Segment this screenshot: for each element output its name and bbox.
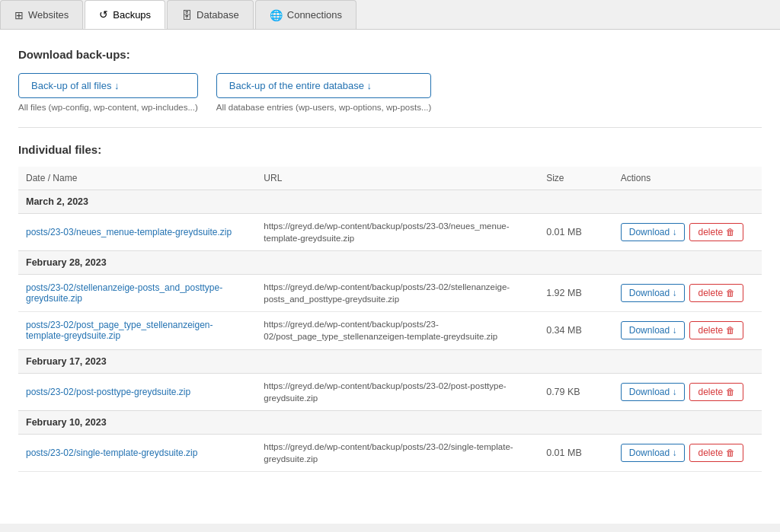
websites-icon: ⊞ — [14, 9, 24, 21]
date-group-label: February 17, 2023 — [18, 349, 762, 373]
table-header-row: Date / Name URL Size Actions — [18, 167, 762, 190]
col-header-size: Size — [539, 167, 613, 190]
section-divider — [18, 127, 762, 128]
download-button[interactable]: Download ↓ — [621, 444, 686, 462]
table-row: posts/23-03/neues_menue-template-greydsu… — [18, 214, 762, 251]
file-url-cell: https://greyd.de/wp-content/backup/posts… — [256, 434, 539, 471]
individual-files-title: Individual files: — [18, 143, 762, 156]
file-name-cell: posts/23-02/single-template-greydsuite.z… — [18, 434, 256, 471]
date-group-row: February 10, 2023 — [18, 410, 762, 434]
backup-database-button[interactable]: Back-up of the entire database ↓ — [216, 73, 432, 98]
database-icon: 🗄 — [181, 9, 192, 21]
file-actions-cell: Download ↓delete 🗑 — [613, 312, 762, 349]
tab-database[interactable]: 🗄 Database — [167, 0, 254, 29]
tab-connections[interactable]: 🌐 Connections — [255, 0, 356, 29]
date-group-row: February 17, 2023 — [18, 349, 762, 373]
download-button[interactable]: Download ↓ — [621, 223, 686, 241]
tab-websites[interactable]: ⊞ Websites — [0, 0, 83, 29]
date-group-row: March 2, 2023 — [18, 190, 762, 214]
file-size-cell: 0.34 MB — [539, 312, 613, 349]
download-button[interactable]: Download ↓ — [621, 321, 686, 339]
date-group-label: March 2, 2023 — [18, 190, 762, 214]
file-link[interactable]: posts/23-02/single-template-greydsuite.z… — [26, 448, 197, 458]
table-row: posts/23-02/post_page_type_stellenanzeig… — [18, 312, 762, 349]
delete-button[interactable]: delete 🗑 — [689, 284, 743, 302]
file-name-cell: posts/23-02/post_page_type_stellenanzeig… — [18, 312, 256, 349]
actions-container: Download ↓delete 🗑 — [621, 321, 754, 339]
backup-buttons: Back-up of all files ↓ All files (wp-con… — [18, 73, 762, 112]
all-files-group: Back-up of all files ↓ All files (wp-con… — [18, 73, 198, 112]
file-actions-cell: Download ↓delete 🗑 — [613, 373, 762, 410]
download-section-title: Download back-ups: — [18, 48, 762, 61]
file-link[interactable]: posts/23-03/neues_menue-template-greydsu… — [26, 227, 232, 237]
tab-database-label: Database — [197, 9, 239, 21]
file-size-cell: 1.92 MB — [539, 275, 613, 312]
delete-button[interactable]: delete 🗑 — [689, 383, 743, 401]
all-files-desc: All files (wp-config, wp-content, wp-inc… — [18, 103, 198, 112]
file-name-cell: posts/23-02/post-posttype-greydsuite.zip — [18, 373, 256, 410]
file-size-cell: 0.01 MB — [539, 214, 613, 251]
date-group-row: February 28, 2023 — [18, 251, 762, 275]
tabs-bar: ⊞ Websites ↺ Backups 🗄 Database 🌐 Connec… — [0, 0, 780, 30]
connections-icon: 🌐 — [270, 9, 283, 21]
files-table: Date / Name URL Size Actions March 2, 20… — [18, 167, 762, 472]
database-group: Back-up of the entire database ↓ All dat… — [216, 73, 432, 112]
tab-backups[interactable]: ↺ Backups — [85, 0, 165, 29]
file-actions-cell: Download ↓delete 🗑 — [613, 214, 762, 251]
col-header-actions: Actions — [613, 167, 762, 190]
file-actions-cell: Download ↓delete 🗑 — [613, 275, 762, 312]
file-size-cell: 0.01 MB — [539, 434, 613, 471]
file-actions-cell: Download ↓delete 🗑 — [613, 434, 762, 471]
download-button[interactable]: Download ↓ — [621, 284, 686, 302]
file-name-cell: posts/23-02/stellenanzeige-posts_and_pos… — [18, 275, 256, 312]
backup-all-files-button[interactable]: Back-up of all files ↓ — [18, 73, 198, 98]
date-group-label: February 10, 2023 — [18, 410, 762, 434]
file-url-cell: https://greyd.de/wp-content/backup/posts… — [256, 275, 539, 312]
table-row: posts/23-02/stellenanzeige-posts_and_pos… — [18, 275, 762, 312]
delete-button[interactable]: delete 🗑 — [689, 321, 743, 339]
file-link[interactable]: posts/23-02/post_page_type_stellenanzeig… — [26, 320, 213, 341]
actions-container: Download ↓delete 🗑 — [621, 223, 754, 241]
col-header-name: Date / Name — [18, 167, 256, 190]
file-link[interactable]: posts/23-02/stellenanzeige-posts_and_pos… — [26, 282, 222, 304]
delete-button[interactable]: delete 🗑 — [689, 223, 743, 241]
download-button[interactable]: Download ↓ — [621, 383, 686, 401]
tab-backups-label: Backups — [113, 9, 151, 21]
main-content: Download back-ups: Back-up of all files … — [0, 30, 780, 524]
file-size-cell: 0.79 KB — [539, 373, 613, 410]
actions-container: Download ↓delete 🗑 — [621, 284, 754, 302]
file-url-cell: https://greyd.de/wp-content/backup/posts… — [256, 312, 539, 349]
table-row: posts/23-02/post-posttype-greydsuite.zip… — [18, 373, 762, 410]
file-url-cell: https://greyd.de/wp-content/backup/posts… — [256, 214, 539, 251]
table-row: posts/23-02/single-template-greydsuite.z… — [18, 434, 762, 471]
backups-icon: ↺ — [99, 8, 108, 21]
tab-connections-label: Connections — [287, 9, 342, 21]
actions-container: Download ↓delete 🗑 — [621, 383, 754, 401]
file-link[interactable]: posts/23-02/post-posttype-greydsuite.zip — [26, 387, 190, 397]
database-desc: All database entries (wp-users, wp-optio… — [216, 103, 432, 112]
actions-container: Download ↓delete 🗑 — [621, 444, 754, 462]
tab-websites-label: Websites — [28, 9, 69, 21]
date-group-label: February 28, 2023 — [18, 251, 762, 275]
delete-button[interactable]: delete 🗑 — [689, 444, 743, 462]
file-url-cell: https://greyd.de/wp-content/backup/posts… — [256, 373, 539, 410]
file-name-cell: posts/23-03/neues_menue-template-greydsu… — [18, 214, 256, 251]
col-header-url: URL — [256, 167, 539, 190]
